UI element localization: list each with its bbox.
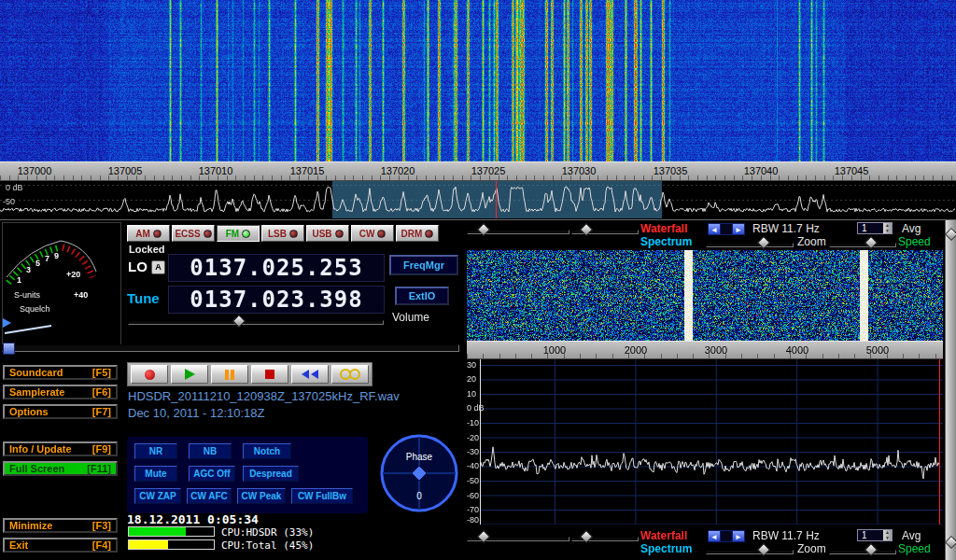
pause-button[interactable] [211, 365, 248, 384]
mode-led [289, 230, 298, 238]
mode-button-fm[interactable]: FM [217, 225, 260, 242]
rewind-icon [311, 370, 318, 379]
squelch-label: Squelch [20, 304, 50, 314]
cw-peak-button[interactable]: CW Peak [237, 488, 286, 504]
phase-value: 0 [377, 491, 461, 501]
avg-select[interactable]: 1▲▼ [857, 222, 893, 234]
waterfall-toggle[interactable]: Waterfall [640, 529, 687, 542]
notch-button[interactable]: Notch [243, 443, 291, 459]
db-scale-label: -50 [467, 476, 495, 485]
samplerate-button[interactable]: Samplerate[F6] [3, 385, 118, 399]
down-arrow-icon[interactable]: ▼ [885, 229, 890, 233]
mode-button-lsb[interactable]: LSB [261, 225, 304, 242]
cw-afc-button[interactable]: CW AFC [187, 488, 232, 504]
zoom-slider[interactable] [706, 243, 794, 247]
stop-icon [265, 370, 274, 379]
mute-button[interactable]: Mute [134, 466, 177, 482]
zoom-slider[interactable] [706, 550, 794, 554]
record-button[interactable] [131, 365, 168, 384]
exit-button[interactable]: Exit[F4] [3, 538, 118, 553]
fullscreen-button[interactable]: Full Screen[F11] [3, 461, 118, 476]
lo-label: LO [128, 259, 148, 274]
s-meter: 1 3 5 7 9 +20 +40 S-units Squelch [2, 222, 121, 345]
nb-button[interactable]: NB [189, 443, 232, 459]
play-button[interactable] [171, 365, 208, 384]
mode-button-drm[interactable]: DRM [396, 225, 439, 242]
right-arrow-button[interactable]: ► [732, 530, 745, 542]
vfo-a-badge[interactable]: A [151, 260, 165, 274]
squelch-slider[interactable] [2, 344, 459, 352]
main-frequency-ruler[interactable]: 137000 137005 137010 137015 137020 13702… [0, 161, 956, 181]
rx-frequency-ruler[interactable]: 1000 2000 3000 4000 5000 [467, 341, 943, 359]
right-slider-track[interactable] [945, 220, 956, 560]
speed-slider[interactable] [829, 243, 896, 247]
main-spectrum-0db-label: 0 dB [6, 183, 23, 192]
volume-slider[interactable] [128, 320, 384, 325]
cpu-total-text: CPU:Total (45%) [221, 539, 314, 552]
waterfall-toggle[interactable]: Waterfall [640, 222, 687, 235]
cpu-hdsdr-fill [129, 527, 186, 536]
left-arrow-button[interactable]: ◄ [708, 223, 721, 235]
waterfall-shift-arrows: ◄► [708, 223, 745, 235]
button-key: [F4] [92, 539, 111, 551]
mode-button-ecss[interactable]: ECSS [172, 225, 215, 242]
db-scale-label: 30 [467, 360, 495, 370]
loop-button[interactable] [331, 365, 369, 384]
ruler-label: 137010 [188, 165, 244, 176]
info-update-button[interactable]: Info / Update[F9] [3, 441, 118, 456]
rx-spectrum[interactable] [467, 359, 943, 525]
mode-label: LSB [268, 229, 287, 239]
button-key: [F6] [92, 386, 111, 398]
db-scale-label: -40 [467, 461, 495, 470]
minimize-button[interactable]: Minimize[F3] [3, 518, 118, 533]
ruler-label: 137030 [551, 165, 607, 176]
main-waterfall[interactable] [0, 0, 956, 161]
s-meter-plus20-label: +20 [66, 270, 80, 279]
right-arrow-button[interactable]: ► [732, 223, 745, 235]
main-spectrum-minus50-label: -50 [3, 197, 15, 206]
hdsdr-window: 137000 137005 137010 137015 137020 13702… [0, 0, 956, 560]
combo-scrollbar[interactable]: ▲▼ [883, 530, 892, 540]
mode-led [204, 230, 212, 238]
s-meter-tick-label: 5 [35, 259, 40, 268]
cpu-hdsdr-text: CPU:HDSDR (33%) [221, 526, 314, 539]
freqmgr-button[interactable]: FreqMgr [389, 255, 458, 275]
combo-scrollbar[interactable]: ▲▼ [883, 223, 892, 233]
rbw-readout: RBW 11.7 Hz [752, 529, 820, 542]
speed-slider[interactable] [829, 550, 896, 554]
spectrum-toggle[interactable]: Spectrum [640, 235, 692, 248]
left-arrow-button[interactable]: ◄ [708, 530, 721, 542]
options-button[interactable]: Options[F7] [3, 404, 118, 419]
rewind-button[interactable] [291, 365, 329, 384]
soundcard-button[interactable]: Soundcard[F5] [3, 365, 118, 380]
button-label: Samplerate [9, 386, 64, 398]
squelch-slider-handle[interactable] [3, 343, 15, 355]
ruler-label: 137025 [460, 165, 516, 176]
rx-waterfall[interactable] [467, 250, 943, 341]
avg-label: Avg [902, 222, 921, 235]
extio-button[interactable]: ExtIO [395, 287, 449, 305]
agc-button[interactable]: AGC Off [189, 466, 235, 482]
mode-button-usb[interactable]: USB [306, 225, 349, 242]
zoom-label: Zoom [797, 542, 826, 555]
main-spectrum[interactable] [0, 181, 956, 218]
ruler-label: 137015 [279, 165, 335, 176]
stop-button[interactable] [251, 365, 288, 384]
lo-frequency-display[interactable]: 0137.025.253 [167, 253, 386, 283]
mode-button-am[interactable]: AM [127, 225, 170, 242]
arrow-divider [721, 530, 732, 542]
avg-select[interactable]: 1▲▼ [857, 529, 893, 541]
mode-button-cw[interactable]: CW [351, 225, 394, 242]
cw-zap-button[interactable]: CW ZAP [134, 488, 181, 504]
nr-button[interactable]: NR [134, 443, 177, 459]
rewind-icon [302, 370, 309, 379]
display-control-bar-top: Waterfall ◄► RBW 11.7 Hz 1▲▼ Avg Spectru… [464, 220, 945, 250]
tune-frequency-display[interactable]: 0137.023.398 [167, 285, 386, 315]
down-arrow-icon[interactable]: ▼ [885, 536, 890, 540]
s-meter-tick-label: 9 [54, 251, 59, 260]
cw-fullbw-button[interactable]: CW FullBw [291, 488, 353, 504]
pause-icon [225, 370, 229, 380]
spectrum-toggle[interactable]: Spectrum [640, 542, 692, 555]
despread-button[interactable]: Despread [243, 466, 299, 482]
volume-slider-handle[interactable] [232, 315, 246, 328]
